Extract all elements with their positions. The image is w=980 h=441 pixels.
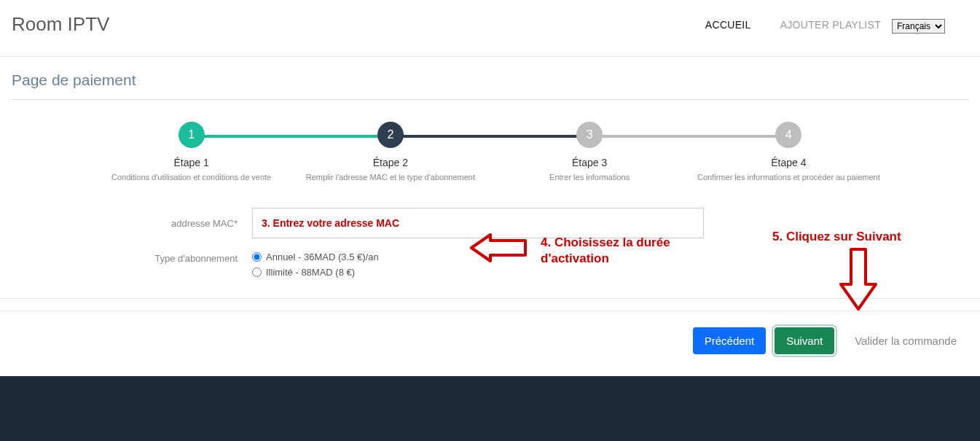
nav: ACCUEIL AJOUTER PLAYLIST [705,19,881,31]
form: addresse MAC* Type d'abonnement Annuel -… [92,208,888,278]
subscription-row: Type d'abonnement Annuel - 36MAD (3.5 €)… [92,251,888,278]
step-3-circle: 3 [576,122,603,148]
step-1-circle: 1 [179,122,205,148]
mac-row: addresse MAC* [92,208,888,238]
main-container: Page de paiement 1 Étape 1 Conditions d'… [0,57,980,278]
step-line-3 [589,135,788,138]
step-1-desc: Conditions d'utilisation et conditions d… [92,173,291,182]
nav-add-playlist[interactable]: AJOUTER PLAYLIST [780,19,881,31]
step-line-2 [391,135,589,138]
divider-bottom [0,311,980,311]
footer [0,376,980,441]
previous-button[interactable]: Précédent [693,327,766,354]
divider-top [0,298,980,299]
subscription-label: Type d'abonnement [92,251,252,264]
step-4: 4 Étape 4 Confirmer les informations et … [689,122,888,182]
stepper: 1 Étape 1 Conditions d'utilisation et co… [92,122,888,182]
page-title: Page de paiement [12,71,968,100]
mac-label: addresse MAC* [92,218,252,229]
step-3: 3 Étape 3 Entrer les informations [490,122,689,182]
step-2-circle: 2 [377,122,404,148]
subscription-options: Annuel - 36MAD (3.5 €)/an Illimité - 88M… [252,251,379,278]
step-2: 2 Étape 2 Remplir l'adresse MAC et le ty… [291,122,490,182]
nav-home[interactable]: ACCUEIL [705,19,751,31]
header: Room IPTV ACCUEIL AJOUTER PLAYLIST [0,0,980,57]
option-unlimited[interactable]: Illimité - 88MAD (8 €) [252,267,379,278]
button-row: Précédent Suivant Valider la commande [0,327,980,376]
option-annual[interactable]: Annuel - 36MAD (3.5 €)/an [252,251,379,262]
step-4-desc: Confirmer les informations et procéder a… [689,173,888,182]
radio-annual[interactable] [252,252,262,262]
step-2-desc: Remplir l'adresse MAC et le type d'abonn… [291,173,490,182]
step-3-desc: Entrer les informations [490,173,689,182]
step-line-1 [192,135,391,138]
step-1-title: Étape 1 [92,157,291,168]
next-button[interactable]: Suivant [775,327,834,354]
option-annual-label: Annuel - 36MAD (3.5 €)/an [266,251,379,262]
step-4-circle: 4 [775,122,801,148]
validate-button[interactable]: Valider la commande [843,327,968,354]
mac-input[interactable] [252,208,704,238]
language-select[interactable]: Français [892,19,945,34]
radio-unlimited[interactable] [252,268,262,277]
option-unlimited-label: Illimité - 88MAD (8 €) [266,267,355,278]
step-3-title: Étape 3 [490,157,689,168]
step-2-title: Étape 2 [291,157,490,168]
brand-title: Room IPTV [12,13,109,36]
step-4-title: Étape 4 [689,157,888,168]
step-1: 1 Étape 1 Conditions d'utilisation et co… [92,122,291,182]
